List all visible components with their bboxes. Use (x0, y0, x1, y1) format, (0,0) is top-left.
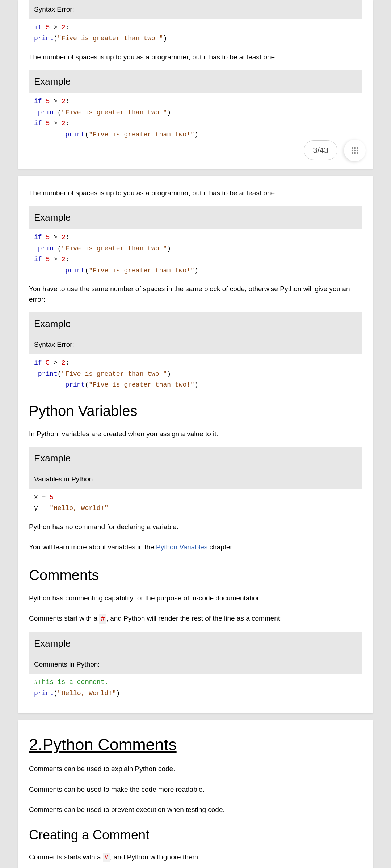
code-function: print (34, 35, 54, 42)
svg-point-0 (352, 147, 353, 148)
code-number: 5 (46, 256, 50, 263)
code-text: y = (34, 505, 50, 512)
section-heading-variables: Python Variables (29, 393, 362, 424)
code-number: 2 (62, 24, 66, 31)
code-string: "Five is greater than two!" (89, 381, 194, 388)
body-text: Comments can be used to explain Python c… (29, 759, 362, 779)
code-keyword: if (34, 98, 42, 105)
page-content: The number of spaces is up to you as a p… (18, 176, 373, 702)
code-function: print (34, 690, 54, 697)
code-keyword: if (34, 24, 42, 31)
code-comment: #This is a comment. (34, 678, 108, 686)
page-1: Syntax Error: if 5 > 2: print("Five is g… (18, 0, 373, 169)
inline-code: # (103, 853, 110, 862)
code-block: if 5 > 2: print("Five is greater than tw… (29, 93, 362, 143)
code-function: print (38, 370, 58, 378)
example-heading: Example (29, 312, 362, 335)
code-function: print (65, 381, 85, 388)
text-fragment: Comments starts with a (29, 853, 103, 861)
code-keyword: if (34, 120, 42, 127)
code-string: "Five is greater than two!" (89, 131, 194, 138)
code-keyword: if (34, 234, 42, 241)
syntax-error-label: Syntax Error: (29, 335, 362, 354)
code-block: if 5 > 2: print("Five is greater than tw… (29, 229, 362, 279)
code-string: "Five is greater than two!" (89, 267, 194, 274)
section-heading-comments: Comments (29, 558, 362, 588)
code-number: 2 (62, 234, 66, 241)
svg-point-1 (354, 147, 356, 148)
text-fragment: You will learn more about variables in t… (29, 543, 156, 551)
code-number: 2 (62, 98, 66, 105)
syntax-error-label: Syntax Error: (29, 0, 362, 19)
body-text: Comments start with a #, and Python will… (29, 608, 362, 629)
body-text: In Python, variables are created when yo… (29, 424, 362, 444)
code-number: 5 (46, 98, 50, 105)
text-fragment: , and Python will render the rest of the… (106, 614, 282, 622)
code-string: "Five is greater than two!" (62, 370, 167, 378)
code-string: "Five is greater than two!" (62, 245, 167, 252)
text-fragment: Comments start with a (29, 614, 99, 622)
body-text: The number of spaces is up to you as a p… (29, 47, 362, 68)
body-text: Comments can be used to make the code mo… (29, 779, 362, 800)
body-text: You will learn more about variables in t… (29, 537, 362, 558)
dots-grid-icon (350, 146, 359, 155)
chapter-heading: 2.Python Comments (29, 727, 362, 759)
code-number: 5 (46, 359, 50, 366)
code-text: x = (34, 494, 50, 501)
svg-point-6 (352, 152, 353, 153)
example-heading: Example (29, 447, 362, 470)
page-content: Syntax Error: if 5 > 2: print("Five is g… (18, 0, 373, 158)
page-2: The number of spaces is up to you as a p… (18, 176, 373, 713)
code-function: print (38, 109, 58, 116)
code-keyword: if (34, 256, 42, 263)
page-3: 2.Python Comments Comments can be used t… (18, 720, 373, 868)
svg-point-7 (354, 152, 356, 153)
code-number: 5 (46, 24, 50, 31)
text-fragment: , and Python will ignore them: (110, 853, 200, 861)
body-text: Comments starts with a #, and Python wil… (29, 847, 362, 868)
body-text: Python has commenting capability for the… (29, 588, 362, 609)
svg-point-3 (352, 149, 353, 151)
example-subheading: Comments in Python: (29, 655, 362, 674)
code-block: #This is a comment. print("Hello, World!… (29, 674, 362, 702)
code-number: 2 (62, 359, 66, 366)
code-function: print (38, 245, 58, 252)
code-string: "Five is greater than two!" (62, 109, 167, 116)
svg-point-8 (357, 152, 358, 153)
body-text: Python has no command for declaring a va… (29, 517, 362, 537)
example-heading: Example (29, 70, 362, 93)
python-variables-link[interactable]: Python Variables (156, 543, 207, 551)
body-text: The number of spaces is up to you as a p… (29, 183, 362, 204)
example-heading: Example (29, 632, 362, 655)
code-block: x = 5 y = "Hello, World!" (29, 489, 362, 517)
code-keyword: if (34, 359, 42, 366)
svg-point-2 (357, 147, 358, 148)
code-number: 5 (46, 120, 50, 127)
page-content: 2.Python Comments Comments can be used t… (18, 720, 373, 868)
code-function: print (65, 267, 85, 274)
code-block: if 5 > 2: print("Five is greater than tw… (29, 354, 362, 393)
code-string: "Five is greater than two!" (58, 35, 163, 42)
code-function: print (65, 131, 85, 138)
page-counter[interactable]: 3/43 (304, 140, 337, 160)
code-number: 5 (46, 234, 50, 241)
inline-code: # (99, 614, 106, 624)
code-number: 2 (62, 256, 66, 263)
code-string: "Hello, World!" (58, 690, 116, 697)
svg-point-5 (357, 149, 358, 151)
example-subheading: Variables in Python: (29, 470, 362, 489)
menu-button[interactable] (344, 140, 366, 161)
code-number: 2 (62, 120, 66, 127)
code-string: "Hello, World!" (50, 505, 108, 512)
svg-point-4 (354, 149, 356, 151)
body-text: Comments can be used to prevent executio… (29, 800, 362, 820)
text-fragment: chapter. (207, 543, 234, 551)
code-number: 5 (50, 494, 54, 501)
code-block: if 5 > 2: print("Five is greater than tw… (29, 19, 362, 47)
section-heading-creating-comment: Creating a Comment (29, 820, 362, 847)
pager: 3/43 (304, 140, 366, 161)
body-text: You have to use the same number of space… (29, 279, 362, 310)
example-heading: Example (29, 206, 362, 229)
